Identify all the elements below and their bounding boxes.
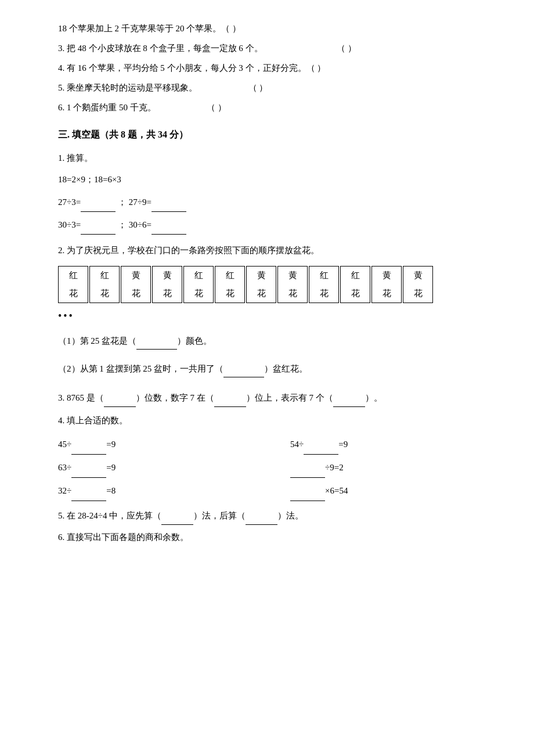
problem1-given: 18=2×9；18=6×3 [58, 170, 488, 189]
problem-2: 18 个苹果加上 2 千克苹果等于 20 个苹果。（ ） [58, 20, 488, 37]
flower-12: 黄花 [403, 266, 433, 303]
judgement-section: 18 个苹果加上 2 千克苹果等于 20 个苹果。（ ） 3. 把 48 个小皮… [58, 20, 488, 116]
problem1-row1: 27÷3= ； 27÷9= [58, 193, 488, 212]
flower-2: 红花 [89, 266, 120, 303]
problem-5: 5. 乘坐摩天轮时的运动是平移现象。 （ ） [58, 79, 488, 96]
blank-30div3[interactable] [81, 224, 116, 235]
problem2-sub1: （1）第 25 盆花是（ ）颜色。 [58, 333, 488, 350]
flower-11: 黄花 [371, 266, 402, 303]
blank-63div[interactable] [71, 467, 106, 478]
problem1-label: 1. 推算。 [58, 149, 488, 167]
problem2-sub2: （2）从第 1 盆摆到第 25 盆时，一共用了（ ）盆红花。 [58, 361, 488, 377]
section3-title: 三. 填空题（共 8 题，共 34 分） [58, 127, 488, 143]
blank-54div[interactable] [304, 444, 338, 455]
blank-first-op[interactable] [161, 507, 193, 525]
math-row-2-right: ÷9=2 [290, 457, 488, 478]
flower-8: 黄花 [277, 266, 308, 303]
problem-6: 6. 1 个鹅蛋约重 50 千克。 （ ） [58, 99, 488, 116]
dots: ••• [58, 307, 488, 325]
blank-digit-count[interactable] [104, 389, 136, 407]
blank-second-op[interactable] [246, 507, 277, 525]
problem4-grid: 45÷=9 54÷=9 63÷=9 ÷9=2 32÷=8 ×6=54 [58, 434, 488, 501]
blank-times6[interactable] [290, 491, 325, 501]
blank-32div[interactable] [71, 491, 106, 501]
section3-problem6: 6. 直接写出下面各题的商和余数。 [58, 528, 488, 546]
math-row-2-left: 63÷=9 [58, 457, 255, 478]
flower-7: 黄花 [246, 266, 276, 303]
blank-30div6[interactable] [151, 224, 186, 235]
flower-10: 红花 [340, 266, 370, 303]
flower-1: 红花 [58, 266, 88, 303]
blank-div9-2[interactable] [290, 467, 325, 478]
blank-digit-value[interactable] [333, 389, 365, 407]
flower-5: 红花 [183, 266, 214, 303]
flower-9: 红花 [309, 266, 339, 303]
math-row-3-left: 32÷=8 [58, 480, 255, 501]
blank-25th-flower[interactable] [136, 333, 177, 350]
flower-6: 红花 [215, 266, 245, 303]
problem3-text: 3. 8765 是（ ）位数，数字 7 在（ ）位上，表示有 7 个（ ）。 [58, 389, 488, 407]
blank-27div3[interactable] [81, 201, 116, 212]
problem5-text: 5. 在 28-24÷4 中，应先算（ ）法，后算（ ）法。 [58, 507, 488, 525]
blank-digit-place[interactable] [214, 389, 246, 407]
problem-4: 4. 有 16 个苹果，平均分给 5 个小朋友，每人分 3 个，正好分完。（ ） [58, 59, 488, 77]
flower-row: 红花 红花 黄花 黄花 红花 红花 黄花 黄花 红花 红花 黄花 黄花 [58, 266, 488, 303]
problem4-label: 4. 填上合适的数。 [58, 412, 488, 429]
math-row-1-left: 45÷=9 [58, 434, 255, 455]
section3-problem3: 3. 8765 是（ ）位数，数字 7 在（ ）位上，表示有 7 个（ ）。 [58, 389, 488, 407]
section3-problem5: 5. 在 28-24÷4 中，应先算（ ）法，后算（ ）法。 [58, 507, 488, 525]
section3-problem1: 1. 推算。 18=2×9；18=6×3 27÷3= ； 27÷9= 30÷3=… [58, 149, 488, 235]
problem2-label: 2. 为了庆祝元旦，学校在门口的一条路旁按照下面的顺序摆放盆花。 [58, 242, 488, 259]
problem-3: 3. 把 48 个小皮球放在 8 个盒子里，每盒一定放 6 个。 （ ） [58, 39, 488, 57]
blank-red-flower-count[interactable] [223, 361, 264, 377]
math-row-1-right: 54÷=9 [290, 434, 488, 455]
section3-problem2: 2. 为了庆祝元旦，学校在门口的一条路旁按照下面的顺序摆放盆花。 红花 红花 黄… [58, 242, 488, 377]
flower-4: 黄花 [152, 266, 182, 303]
blank-27div9[interactable] [151, 201, 186, 212]
blank-45div[interactable] [71, 444, 106, 455]
section3-problem4: 4. 填上合适的数。 45÷=9 54÷=9 63÷=9 ÷9=2 32÷=8 … [58, 412, 488, 501]
math-row-3-right: ×6=54 [290, 480, 488, 501]
problem1-row2: 30÷3= ； 30÷6= [58, 215, 488, 235]
flower-3: 黄花 [121, 266, 151, 303]
problem6-text: 6. 直接写出下面各题的商和余数。 [58, 528, 488, 546]
